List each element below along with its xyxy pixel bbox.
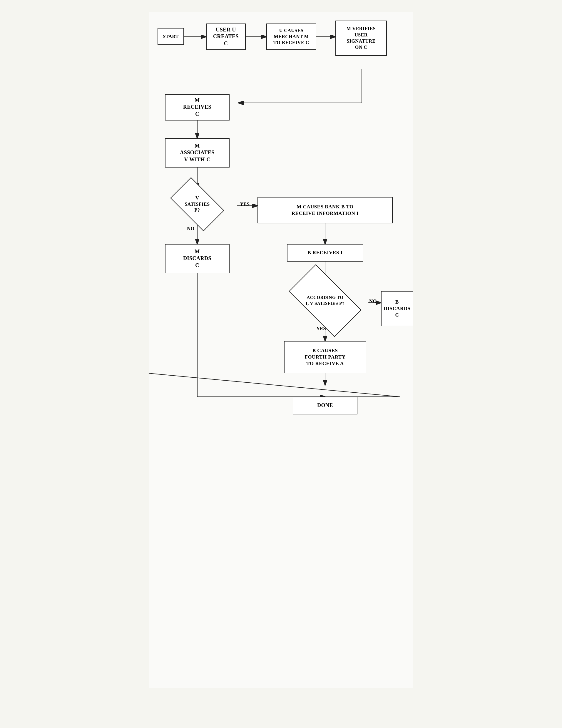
v-satisfies-wrapper: V SATISFIES P?: [165, 185, 230, 223]
m-causes-bank-box: M CAUSES BANK B TO RECEIVE INFORMATION I: [257, 197, 393, 223]
yes-label-2: YES: [316, 326, 326, 332]
flowchart-diagram: START USER U CREATES C U CAUSES MERCHANT…: [149, 12, 413, 688]
user-creates-c-box: USER U CREATES C: [206, 24, 246, 50]
m-discards-c-box: M DISCARDS C: [165, 244, 230, 273]
u-causes-merchant-box: U CAUSES MERCHANT M TO RECEIVE C: [266, 24, 316, 50]
b-discards-c-box: B DISCARDS C: [381, 291, 413, 326]
b-causes-fourth-box: B CAUSES FOURTH PARTY TO RECEIVE A: [284, 341, 366, 373]
done-box: DONE: [293, 397, 357, 414]
yes-label-1: YES: [240, 201, 250, 207]
m-associates-box: M ASSOCIATES V WITH C: [165, 138, 230, 168]
svg-line-14: [149, 373, 400, 397]
according-to-wrapper: ACCORDING TO I, V SATISFIES P?: [272, 278, 378, 323]
start-box: START: [158, 28, 184, 45]
no-label-1: NO: [187, 226, 195, 232]
m-verifies-box: M VERIFIES USER SIGNATURE ON C: [335, 21, 387, 56]
no-label-2: NO: [369, 298, 377, 304]
v-satisfies-diamond: [170, 177, 224, 231]
b-receives-i-box: B RECEIVES I: [287, 244, 363, 262]
m-receives-c-box: M RECEIVES C: [165, 94, 230, 121]
